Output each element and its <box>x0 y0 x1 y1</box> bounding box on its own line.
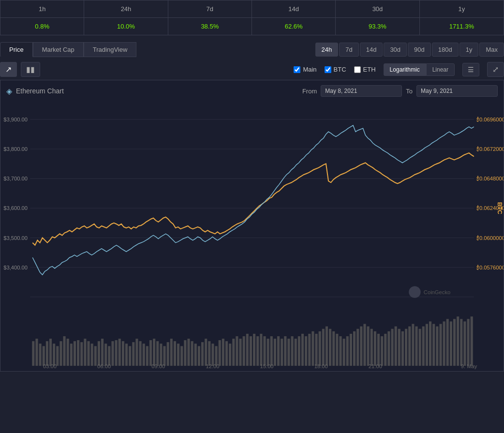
svg-rect-76 <box>211 344 214 366</box>
from-date-input[interactable] <box>321 85 402 97</box>
svg-rect-35 <box>70 344 73 366</box>
svg-rect-75 <box>208 342 210 366</box>
period-1y[interactable]: 1y <box>420 0 504 18</box>
svg-rect-33 <box>63 336 66 366</box>
svg-rect-114 <box>343 339 345 366</box>
eth-checkbox[interactable] <box>354 66 361 73</box>
svg-rect-85 <box>243 336 245 366</box>
logarithmic-button[interactable]: Logarithmic <box>384 63 426 76</box>
svg-rect-67 <box>180 346 183 366</box>
tr-30d[interactable]: 30d <box>384 43 407 57</box>
svg-rect-145 <box>450 322 452 366</box>
svg-rect-100 <box>295 339 297 366</box>
tab-price[interactable]: Price <box>0 42 33 57</box>
svg-rect-42 <box>94 346 97 366</box>
svg-rect-92 <box>267 339 269 366</box>
svg-text:₿0.06960000: ₿0.06960000 <box>476 117 504 122</box>
svg-rect-58 <box>149 341 152 366</box>
svg-rect-121 <box>367 327 370 366</box>
chart-header: ◈ Ethereum Chart From To <box>0 80 504 100</box>
svg-text:BTC: BTC <box>496 202 503 214</box>
chart-title-label: Ethereum Chart <box>16 87 64 95</box>
svg-rect-44 <box>101 339 104 366</box>
svg-rect-79 <box>222 339 224 366</box>
to-date-input[interactable] <box>416 85 498 97</box>
period-7d[interactable]: 7d <box>168 0 252 18</box>
svg-rect-59 <box>153 339 155 366</box>
svg-rect-111 <box>332 331 335 366</box>
time-range-buttons: 24h 7d 14d 30d 90d 180d 1y Max <box>315 43 504 57</box>
svg-rect-101 <box>298 336 300 366</box>
date-range-area: From To <box>302 85 498 97</box>
svg-rect-48 <box>115 341 118 366</box>
svg-text:06:00: 06:00 <box>97 364 111 370</box>
tr-1y[interactable]: 1y <box>460 43 479 57</box>
svg-rect-49 <box>119 339 121 366</box>
svg-rect-66 <box>177 344 179 366</box>
svg-rect-122 <box>371 329 373 366</box>
line-chart-button[interactable]: ↗ <box>0 62 17 77</box>
svg-rect-127 <box>387 331 390 366</box>
svg-rect-30 <box>53 344 55 366</box>
svg-rect-128 <box>391 329 394 366</box>
tr-7d[interactable]: 7d <box>339 43 358 57</box>
svg-rect-39 <box>84 339 86 366</box>
svg-text:₿0.06480000: ₿0.06480000 <box>476 176 504 181</box>
svg-rect-147 <box>457 317 459 366</box>
tab-market-cap[interactable]: Market Cap <box>33 42 84 57</box>
legend-btc[interactable]: BTC <box>325 66 346 73</box>
svg-rect-137 <box>422 327 425 366</box>
svg-rect-64 <box>170 339 173 366</box>
svg-rect-104 <box>308 334 311 366</box>
svg-rect-63 <box>167 343 169 366</box>
svg-rect-135 <box>415 327 417 366</box>
btc-checkbox[interactable] <box>325 66 331 73</box>
tr-14d[interactable]: 14d <box>360 43 383 57</box>
menu-button[interactable]: ☰ <box>462 63 479 76</box>
svg-rect-148 <box>460 319 462 366</box>
pct-24h: 10.0% <box>84 18 168 35</box>
svg-rect-53 <box>132 343 134 366</box>
svg-rect-69 <box>187 339 190 366</box>
pct-30d: 93.3% <box>336 18 419 35</box>
svg-rect-36 <box>74 342 76 366</box>
svg-rect-134 <box>412 324 414 366</box>
fullscreen-button[interactable]: ⤢ <box>487 62 504 77</box>
tabs-row: Price Market Cap TradingView 24h 7d 14d … <box>0 42 504 57</box>
tr-24h[interactable]: 24h <box>315 43 339 57</box>
chart-controls-row: ↗ ▮▮ Main BTC ETH Logarithmic Linear ☰ ⤢ <box>0 62 504 77</box>
legend-eth[interactable]: ETH <box>354 66 376 73</box>
period-24h[interactable]: 24h <box>84 0 168 18</box>
legend-main[interactable]: Main <box>294 66 316 73</box>
svg-rect-61 <box>160 344 162 366</box>
svg-rect-136 <box>419 329 421 366</box>
tr-max[interactable]: Max <box>479 43 504 57</box>
svg-rect-131 <box>401 331 404 366</box>
tr-90d[interactable]: 90d <box>408 43 431 57</box>
svg-rect-123 <box>374 331 376 366</box>
period-1h[interactable]: 1h <box>0 0 84 18</box>
svg-text:15:00: 15:00 <box>260 364 274 370</box>
svg-rect-116 <box>350 334 352 366</box>
svg-rect-124 <box>377 334 380 366</box>
main-checkbox[interactable] <box>294 66 300 73</box>
linear-button[interactable]: Linear <box>426 63 455 76</box>
legend-main-label: Main <box>303 66 316 73</box>
svg-rect-106 <box>315 334 318 366</box>
svg-rect-125 <box>381 336 383 366</box>
svg-rect-88 <box>253 334 255 366</box>
svg-rect-31 <box>56 346 59 366</box>
period-14d[interactable]: 14d <box>252 0 336 18</box>
svg-rect-138 <box>426 324 428 366</box>
svg-rect-140 <box>432 324 435 366</box>
svg-rect-113 <box>339 336 341 366</box>
svg-rect-115 <box>346 336 349 366</box>
svg-rect-133 <box>408 327 411 366</box>
tr-180d[interactable]: 180d <box>432 43 459 57</box>
svg-rect-149 <box>463 322 466 366</box>
period-30d[interactable]: 30d <box>336 0 419 18</box>
svg-rect-54 <box>135 339 138 366</box>
tab-trading-view[interactable]: TradingView <box>84 42 137 57</box>
bar-chart-button[interactable]: ▮▮ <box>21 62 40 77</box>
from-label: From <box>302 88 317 95</box>
